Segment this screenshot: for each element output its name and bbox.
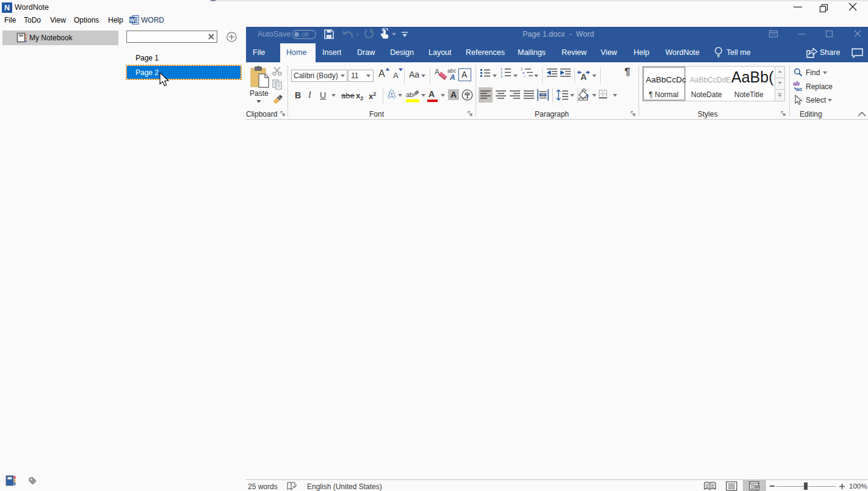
svg-text:ac: ac — [796, 85, 803, 92]
svg-text:ab: ab — [406, 91, 413, 98]
svg-text:A: A — [580, 72, 587, 81]
svg-text:W: W — [129, 17, 135, 23]
svg-text:A: A — [449, 73, 455, 81]
svg-text:Off: Off — [302, 32, 309, 38]
svg-text:i: i — [524, 75, 525, 78]
svg-text:3: 3 — [501, 75, 502, 78]
